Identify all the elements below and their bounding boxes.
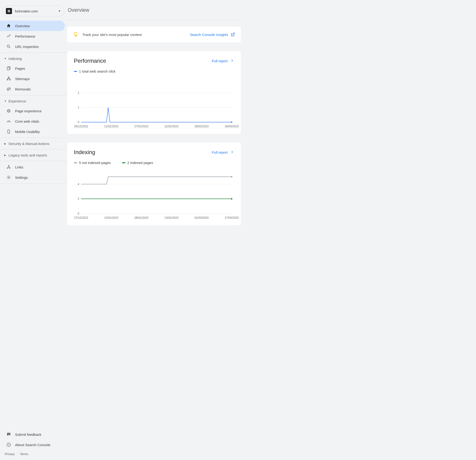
sidebar-item-label: Overview xyxy=(15,24,30,28)
sidebar-item-label: Pages xyxy=(15,66,25,71)
sidebar-item-settings[interactable]: Settings xyxy=(0,172,65,182)
privacy-link[interactable]: Privacy xyxy=(5,452,15,456)
home-icon xyxy=(6,23,11,28)
search-icon xyxy=(6,44,11,49)
lightbulb-icon xyxy=(73,32,78,37)
sidebar: forkmaker.com ▼ Overview Performance URL… xyxy=(0,0,67,460)
sidebar-item-label: Links xyxy=(15,165,23,169)
svg-text:2: 2 xyxy=(78,197,79,200)
divider xyxy=(0,138,67,138)
indexing-panel: Indexing Full report 5 not indexed pages… xyxy=(67,142,241,225)
sidebar-item-links[interactable]: Links xyxy=(0,162,65,172)
sidebar-item-label: Settings xyxy=(15,175,28,180)
insights-text: Track your site's most popular content xyxy=(82,33,190,37)
panel-title: Performance xyxy=(74,58,106,64)
full-report-label: Full report xyxy=(212,59,228,63)
insights-link[interactable]: Search Console Insights xyxy=(190,32,235,37)
terms-link[interactable]: Terms xyxy=(20,452,28,456)
sidebar-item-overview[interactable]: Overview xyxy=(0,21,65,31)
trending-icon xyxy=(6,33,11,39)
triangle-down-icon: ▼ xyxy=(4,57,7,60)
svg-point-40 xyxy=(231,176,232,177)
circle-plus-icon xyxy=(6,108,11,114)
full-report-link[interactable]: Full report xyxy=(212,150,234,155)
sidebar-item-label: Performance xyxy=(15,34,35,38)
svg-text:13/02/2023: 13/02/2023 xyxy=(164,216,178,219)
sidebar-item-mobile-usability[interactable]: Mobile Usability xyxy=(0,126,65,137)
legend-swatch-icon xyxy=(74,162,77,163)
insights-card: Track your site's most popular content S… xyxy=(67,26,241,42)
svg-line-9 xyxy=(9,121,9,123)
full-report-link[interactable]: Full report xyxy=(212,58,234,63)
sidebar-item-label: URL inspection xyxy=(15,45,39,49)
svg-point-27 xyxy=(231,122,232,123)
svg-text:0: 0 xyxy=(78,212,79,215)
svg-rect-16 xyxy=(8,434,9,434)
sidebar-item-url-inspection[interactable]: URL inspection xyxy=(0,41,65,52)
svg-text:27/12/2022: 27/12/2022 xyxy=(74,216,88,219)
section-header-security[interactable]: ▶ Security & Manual Actions xyxy=(0,139,67,148)
section-header-experience[interactable]: ▼ Experience xyxy=(0,96,67,106)
sidebar-item-feedback[interactable]: Submit feedback xyxy=(0,429,65,440)
sitemap-icon xyxy=(6,76,11,81)
legend-item-clicks: 1 total web search click xyxy=(74,69,115,73)
svg-rect-20 xyxy=(8,444,9,444)
svg-text:12/01/2023: 12/01/2023 xyxy=(104,216,118,219)
triangle-right-icon: ▶ xyxy=(4,142,7,145)
panel-header: Indexing Full report xyxy=(74,149,234,156)
svg-text:28/01/2023: 28/01/2023 xyxy=(134,216,148,219)
external-link-icon xyxy=(230,32,235,37)
section-label: Legacy tools and reports xyxy=(8,153,47,157)
sidebar-item-core-web-vitals[interactable]: Core web vitals xyxy=(0,116,65,126)
section-label: Security & Manual Actions xyxy=(8,142,49,146)
feedback-icon xyxy=(6,432,11,437)
chevron-right-icon xyxy=(230,58,234,63)
svg-point-12 xyxy=(8,165,9,166)
svg-line-1 xyxy=(9,47,10,48)
section-header-indexing[interactable]: ▼ Indexing xyxy=(0,54,67,63)
sidebar-item-label: Page experience xyxy=(15,109,42,113)
chart-legend: 1 total web search click xyxy=(74,69,234,73)
speedometer-icon xyxy=(6,119,11,124)
svg-text:2: 2 xyxy=(78,91,79,94)
sidebar-item-sitemaps[interactable]: Sitemaps xyxy=(0,74,65,84)
sidebar-item-pages[interactable]: Pages xyxy=(0,63,65,74)
chevron-right-icon xyxy=(230,150,234,155)
triangle-down-icon: ▼ xyxy=(4,100,7,102)
sidebar-item-label: Sitemaps xyxy=(15,77,30,81)
hidden-icon xyxy=(6,86,11,92)
property-selector[interactable]: forkmaker.com ▼ xyxy=(2,6,64,16)
divider xyxy=(0,95,67,95)
svg-rect-6 xyxy=(9,79,10,80)
divider xyxy=(0,53,67,53)
sidebar-item-label: Removals xyxy=(15,87,31,91)
sidebar-bottom: Submit feedback About Search Console Pri… xyxy=(0,429,67,460)
svg-point-0 xyxy=(7,45,9,47)
section-header-legacy[interactable]: ▶ Legacy tools and reports xyxy=(0,150,67,160)
gear-icon xyxy=(6,175,11,180)
sidebar-item-about[interactable]: About Search Console xyxy=(0,440,65,450)
sidebar-item-label: About Search Console xyxy=(15,443,50,447)
performance-chart: 01226/12/202211/01/202327/01/202312/02/2… xyxy=(74,78,234,129)
sidebar-item-performance[interactable]: Performance xyxy=(0,31,65,41)
svg-text:1: 1 xyxy=(78,106,79,109)
svg-rect-17 xyxy=(8,434,9,435)
sidebar-item-removals[interactable]: Removals xyxy=(0,84,65,94)
property-logo-icon xyxy=(6,8,12,14)
svg-text:28/02/2023: 28/02/2023 xyxy=(195,125,209,128)
sidebar-item-page-experience[interactable]: Page experience xyxy=(0,106,65,116)
full-report-label: Full report xyxy=(212,150,228,154)
divider xyxy=(0,161,67,161)
pages-icon xyxy=(6,66,11,71)
svg-point-11 xyxy=(8,132,9,133)
legend-swatch-icon xyxy=(122,162,125,163)
footer-links: Privacy Terms xyxy=(0,450,67,458)
mobile-icon xyxy=(6,129,11,134)
svg-text:27/01/2023: 27/01/2023 xyxy=(134,125,148,128)
svg-rect-19 xyxy=(8,444,9,445)
divider xyxy=(67,20,241,20)
svg-text:12/02/2023: 12/02/2023 xyxy=(164,125,178,128)
indexing-chart: 02427/12/202212/01/202328/01/202313/02/2… xyxy=(74,169,234,221)
sidebar-item-label: Submit feedback xyxy=(15,433,41,436)
links-icon xyxy=(6,164,11,170)
